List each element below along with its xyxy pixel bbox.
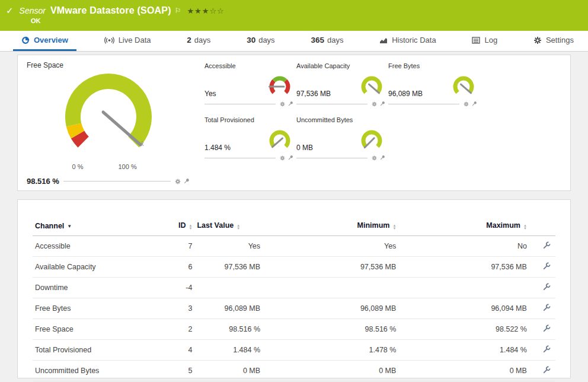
channel-maximum: No (398, 236, 529, 257)
channel-settings-button[interactable] (543, 304, 551, 311)
channel-minimum: 98.516 % (263, 319, 398, 340)
free-space-gauge: 0 % 100 % x̄ (46, 71, 171, 173)
table-row: Uncommitted Bytes 5 0 MB 0 MB 0 MB (33, 361, 555, 381)
tab-label: days (258, 36, 274, 44)
favorite-flag-icon[interactable]: ⚐ (175, 7, 181, 15)
sort-icon: ▲▼ (188, 224, 192, 230)
gear-icon[interactable] (372, 155, 377, 161)
channel-minimum (263, 278, 398, 298)
column-header-maximum[interactable]: Maximum▲▼ (398, 217, 529, 236)
channel-id: 7 (158, 236, 195, 257)
channel-maximum: 98.522 % (398, 319, 529, 340)
gear-icon[interactable] (175, 179, 181, 184)
bar-chart-icon (379, 36, 388, 44)
free-space-gauge-card: Free Space 0 % 100 % x̄ 98.516 % (18, 55, 199, 190)
channel-name: Total Provisioned (33, 340, 158, 361)
free-bytes-gauge (450, 75, 477, 100)
channel-settings-button[interactable] (543, 262, 551, 270)
mini-gauge-available-capacity: Available Capacity 97,536 MB (296, 62, 385, 107)
channel-minimum: Yes (263, 236, 398, 257)
sort-icon: ▲▼ (392, 224, 396, 230)
channel-settings-button[interactable] (543, 324, 551, 332)
gauge-value: 96,089 MB (388, 90, 423, 100)
tab-day-count: 30 (247, 36, 255, 44)
tab-settings[interactable]: Settings (525, 31, 582, 51)
divider (204, 104, 276, 104)
gauge-min-label: 0 % (72, 163, 84, 170)
divider (296, 158, 368, 158)
tab-365-days[interactable]: 365 days (302, 31, 351, 51)
status-badge: OK (31, 17, 41, 24)
gauge-value: 98.516 % (27, 177, 59, 186)
channel-settings-button[interactable] (543, 345, 551, 353)
tab-label: days (327, 36, 343, 44)
table-row: Total Provisioned 4 1.484 % 1.478 % 1.48… (33, 340, 555, 361)
sort-desc-icon: ▼ (67, 224, 72, 229)
channel-settings-button[interactable] (543, 283, 551, 291)
gauges-panel: Free Space 0 % 100 % x̄ 98.516 % (17, 55, 571, 191)
sensor-header: ✓ Sensor VMware Datastore (SOAP) ⚐ ★★★☆☆… (0, 0, 588, 31)
channel-name: Free Bytes (33, 298, 158, 319)
gear-icon (533, 36, 542, 44)
uncommitted-bytes-gauge (358, 129, 385, 154)
tab-label: Live Data (119, 36, 151, 44)
channel-name: Accessible (33, 236, 158, 257)
channel-settings-button[interactable] (543, 241, 551, 249)
column-header-last-value[interactable]: Last Value▲▼ (194, 217, 263, 236)
channel-minimum: 97,536 MB (263, 257, 398, 278)
gauge-max-label: 100 % (119, 163, 137, 170)
channel-maximum: 96,094 MB (398, 298, 529, 319)
gear-icon[interactable] (280, 101, 285, 107)
pin-icon[interactable] (288, 101, 293, 107)
column-header-settings (529, 217, 555, 236)
gear-icon[interactable] (372, 101, 377, 107)
pin-icon[interactable] (380, 155, 385, 161)
pin-icon[interactable] (184, 178, 190, 184)
tab-day-count: 2 (187, 36, 191, 44)
divider (388, 104, 459, 104)
divider (296, 104, 368, 104)
column-header-minimum[interactable]: Minimum▲▼ (263, 217, 398, 236)
channel-minimum: 96,089 MB (263, 298, 398, 319)
broadcast-icon (104, 36, 114, 44)
tab-overview[interactable]: Overview (13, 31, 76, 51)
gear-icon[interactable] (280, 155, 285, 161)
sensor-title: VMware Datastore (SOAP) (50, 5, 171, 16)
tab-historic-data[interactable]: Historic Data (371, 31, 444, 51)
tab-live-data[interactable]: Live Data (96, 31, 159, 51)
gauge-title: Total Provisioned (204, 116, 293, 123)
available-capacity-gauge (358, 75, 385, 100)
pin-icon[interactable] (380, 101, 385, 107)
channel-minimum: 0 MB (263, 361, 398, 381)
tab-day-count: 365 (311, 36, 324, 44)
tab-label: Log (484, 36, 497, 44)
gauge-title: Uncommitted Bytes (296, 116, 385, 123)
divider (63, 181, 171, 182)
channels-table: Channel▼ ID▲▼ Last Value▲▼ Minimum▲▼ Max… (33, 217, 555, 381)
pin-icon[interactable] (288, 155, 293, 161)
table-row: Downtime -4 (33, 278, 555, 298)
list-icon (472, 36, 480, 44)
tab-30-days[interactable]: 30 days (238, 31, 283, 51)
channel-last-value: Yes (194, 236, 263, 257)
gauge-value: 0 MB (296, 144, 313, 154)
mini-gauge-free-bytes: Free Bytes 96,089 MB (388, 62, 477, 107)
priority-star-rating[interactable]: ★★★☆☆ (187, 7, 224, 15)
channel-id: -4 (158, 278, 195, 298)
channel-maximum (398, 278, 529, 298)
column-header-id[interactable]: ID▲▼ (158, 217, 195, 236)
tab-2-days[interactable]: 2 days (178, 31, 219, 51)
channel-settings-button[interactable] (543, 366, 551, 374)
mean-marker: x̄ (141, 141, 144, 147)
channel-last-value: 96,089 MB (194, 298, 263, 319)
gear-icon[interactable] (464, 101, 469, 107)
gauge-title: Free Space (27, 61, 190, 69)
column-header-channel[interactable]: Channel▼ (33, 217, 158, 236)
total-provisioned-gauge (266, 129, 293, 154)
pin-icon[interactable] (472, 101, 477, 107)
tab-log[interactable]: Log (464, 31, 506, 51)
accessible-gauge (266, 75, 293, 100)
channel-id: 6 (158, 257, 195, 278)
table-row: Free Space 2 98.516 % 98.516 % 98.522 % (33, 319, 555, 340)
mini-gauge-accessible: Accessible Yes (204, 62, 293, 107)
